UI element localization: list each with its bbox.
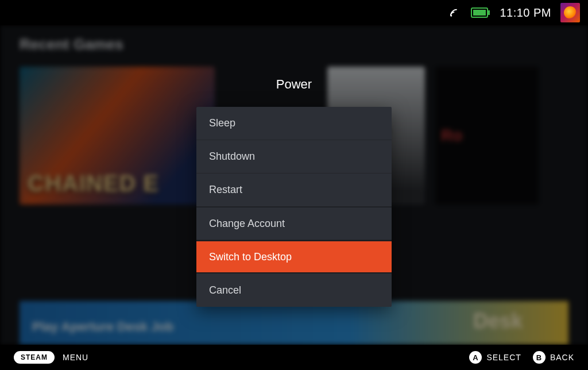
- hint-select-label: SELECT: [486, 353, 521, 362]
- svg-rect-3: [473, 10, 486, 16]
- power-modal: Power Sleep Shutdown Restart Change Acco…: [0, 25, 588, 345]
- footer-bar: STEAM MENU A SELECT B BACK: [0, 345, 588, 370]
- hint-select: A SELECT: [469, 351, 521, 364]
- hint-back: B BACK: [533, 351, 574, 364]
- power-item-shutdown[interactable]: Shutdown: [196, 140, 392, 174]
- clock: 11:10 PM: [500, 6, 551, 20]
- power-item-sleep[interactable]: Sleep: [196, 107, 392, 140]
- power-item-switch-to-desktop[interactable]: Switch to Desktop: [196, 240, 392, 273]
- power-menu-list: Sleep Shutdown Restart Change Account Sw…: [196, 107, 392, 307]
- power-item-change-account[interactable]: Change Account: [196, 207, 392, 240]
- cast-icon: [449, 7, 462, 18]
- steam-button[interactable]: STEAM: [14, 351, 55, 364]
- modal-title: Power: [276, 77, 312, 92]
- battery-icon: [471, 7, 490, 18]
- menu-label: MENU: [63, 353, 88, 362]
- hint-back-label: BACK: [550, 353, 574, 362]
- power-item-cancel[interactable]: Cancel: [196, 273, 392, 307]
- avatar[interactable]: [560, 3, 580, 22]
- status-bar: 11:10 PM: [0, 0, 588, 25]
- svg-rect-2: [488, 10, 490, 15]
- b-button-icon: B: [533, 351, 546, 364]
- power-item-restart[interactable]: Restart: [196, 174, 392, 207]
- svg-point-0: [451, 15, 452, 17]
- a-button-icon: A: [469, 351, 482, 364]
